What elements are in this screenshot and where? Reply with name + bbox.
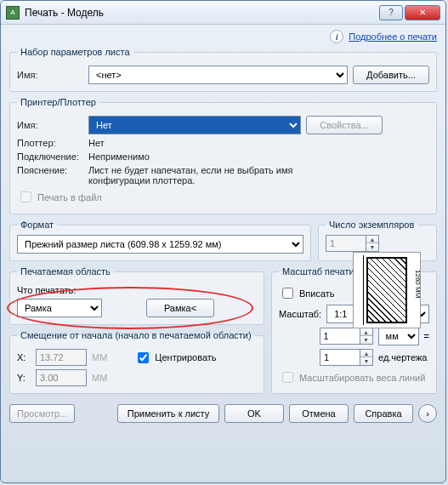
offset-y-unit: MM [92,373,107,383]
scale-num2-input[interactable] [320,349,360,366]
plotter-value: Нет [88,138,105,148]
pageset-legend: Набор параметров листа [17,47,133,57]
help-button[interactable]: ? [379,5,403,20]
format-legend: Формат [17,220,57,230]
scale-unit2: ед.чертежа [378,352,429,362]
cancel-button[interactable]: Отмена [289,404,349,423]
pageset-group: Набор параметров листа Имя: <нет> Добави… [9,47,437,92]
fit-label: Вписать [299,288,335,299]
pageset-name-label: Имя: [17,70,83,80]
chevron-right-icon: › [426,408,429,419]
ok-button[interactable]: OK [224,404,284,423]
scale-eq: = [424,331,429,341]
titlebar[interactable]: A Печать - Модель ? ✕ [1,1,445,25]
plotter-label: Плоттер: [17,138,83,148]
scale-num1-spinner[interactable]: ▲▼ [360,328,373,345]
add-pageset-button[interactable]: Добавить... [353,66,429,84]
print-to-file-checkbox [20,191,31,203]
printer-legend: Принтер/Плоттер [17,97,99,107]
apply-to-sheet-button[interactable]: Применить к листу [117,404,219,423]
copies-input [326,235,366,252]
info-icon: i [330,30,343,43]
app-icon: A [6,6,20,20]
scale-unit-select[interactable]: мм [378,327,419,345]
connection-label: Подключение: [17,151,83,162]
printer-name-label: Имя: [17,120,83,130]
window-title: Печать - Модель [25,7,379,19]
area-group: Печатаемая область Что печатать: Рамка Р… [9,266,264,325]
print-to-file-label: Печать в файл [37,192,102,203]
help-button-footer[interactable]: Справка [354,404,413,423]
scale-num2-spinner[interactable]: ▲▼ [360,349,373,366]
connection-value: Неприменимо [88,151,150,162]
close-button[interactable]: ✕ [405,5,440,20]
offset-x-unit: MM [92,352,107,362]
more-info-link[interactable]: Подробнее о печати [349,31,437,42]
format-group: Формат Прежний размер листа (609.98 x 12… [9,220,311,261]
frame-pick-button[interactable]: Рамка< [146,299,214,317]
offset-y-input [36,369,87,386]
center-label: Центрировать [155,352,216,362]
scale-weights-label: Масштабировать веса линий [299,373,425,383]
scale-label: Масштаб: [279,309,321,319]
preview-dim: 1260 MM [414,270,422,298]
what-print-select[interactable]: Рамка [17,299,102,317]
desc-label: Пояснение: [17,165,83,175]
offset-y-label: Y: [17,373,31,383]
scale-weights-checkbox [282,372,293,383]
offset-group: Смещение от начала (начало в печатаемой … [9,330,264,394]
pageset-name-select[interactable]: <нет> [88,66,348,84]
scale-legend: Масштаб печати [279,266,358,277]
preview-button: Просмотр... [9,404,75,423]
offset-x-input [36,349,87,366]
scale-num1-input[interactable] [320,328,360,345]
paper-preview: 1260 MM [353,252,421,328]
center-checkbox[interactable] [138,352,149,363]
offset-x-label: X: [17,352,31,362]
area-legend: Печатаемая область [17,266,114,277]
printer-group: Принтер/Плоттер Имя: Нет Свойства... Пло… [9,97,437,214]
expand-button[interactable]: › [418,404,437,423]
printer-name-select[interactable]: Нет [88,116,301,134]
what-print-label: Что печатать: [17,285,76,295]
printer-props-button: Свойства... [306,116,383,134]
copies-spinner[interactable]: ▲▼ [366,235,379,252]
desc-value: Лист не будет напечатан, если не выбрать… [88,165,301,185]
copies-legend: Число экземпляров [326,220,417,230]
print-dialog: A Печать - Модель ? ✕ i Подробнее о печа… [0,0,446,483]
format-select[interactable]: Прежний размер листа (609.98 x 1259.92 м… [17,235,303,254]
offset-legend: Смещение от начала (начало в печатаемой … [17,330,255,340]
fit-checkbox[interactable] [282,288,293,299]
